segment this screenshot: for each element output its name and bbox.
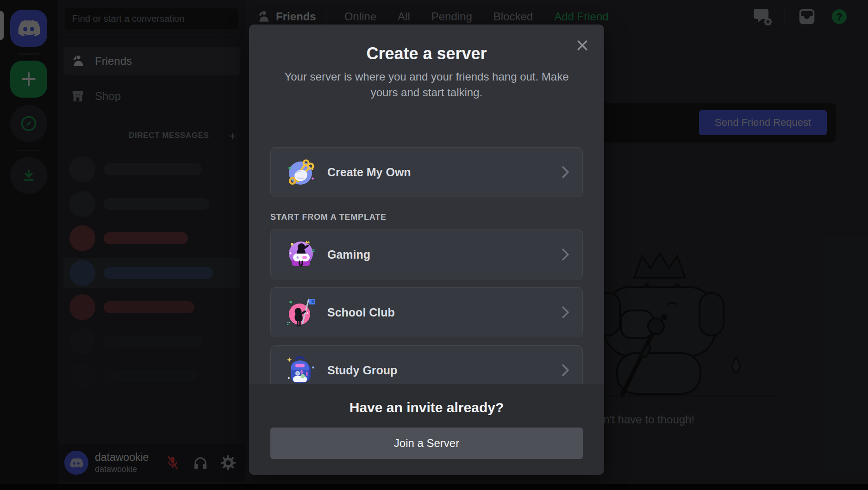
modal-footer: Have an invite already? Join a Server — [249, 384, 604, 475]
chevron-right-icon — [562, 364, 569, 377]
create-my-own-icon — [286, 157, 316, 187]
join-server-button[interactable]: Join a Server — [270, 428, 583, 459]
close-icon[interactable] — [575, 38, 590, 53]
template-section-label: START FROM A TEMPLATE — [270, 212, 583, 222]
option-label: Create My Own — [327, 166, 411, 179]
discord-app: Friends Shop DIRECT MESSAGES + — [0, 0, 868, 490]
invite-prompt: Have an invite already? — [249, 400, 604, 416]
chevron-right-icon — [562, 306, 569, 319]
option-label: Study Group — [327, 364, 397, 377]
option-label: School Club — [327, 306, 395, 319]
create-my-own-option[interactable]: Create My Own — [270, 147, 583, 197]
template-study-group-option[interactable]: Study Group — [270, 345, 583, 384]
modal-description: Your server is where you and your friend… — [271, 69, 582, 100]
server-options-list: Create My Own START FROM A TEMPLATE — [249, 130, 604, 384]
chevron-right-icon — [562, 166, 569, 179]
bottom-strip — [0, 484, 868, 490]
school-club-icon — [286, 297, 316, 328]
template-gaming-option[interactable]: Gaming — [270, 229, 583, 279]
modal-title: Create a server — [249, 44, 604, 63]
study-group-icon — [286, 355, 316, 384]
option-label: Gaming — [327, 248, 370, 261]
chevron-right-icon — [562, 248, 569, 261]
template-school-club-option[interactable]: School Club — [270, 287, 583, 337]
gaming-icon — [286, 239, 316, 270]
create-server-modal: Create a server Your server is where you… — [249, 25, 604, 475]
